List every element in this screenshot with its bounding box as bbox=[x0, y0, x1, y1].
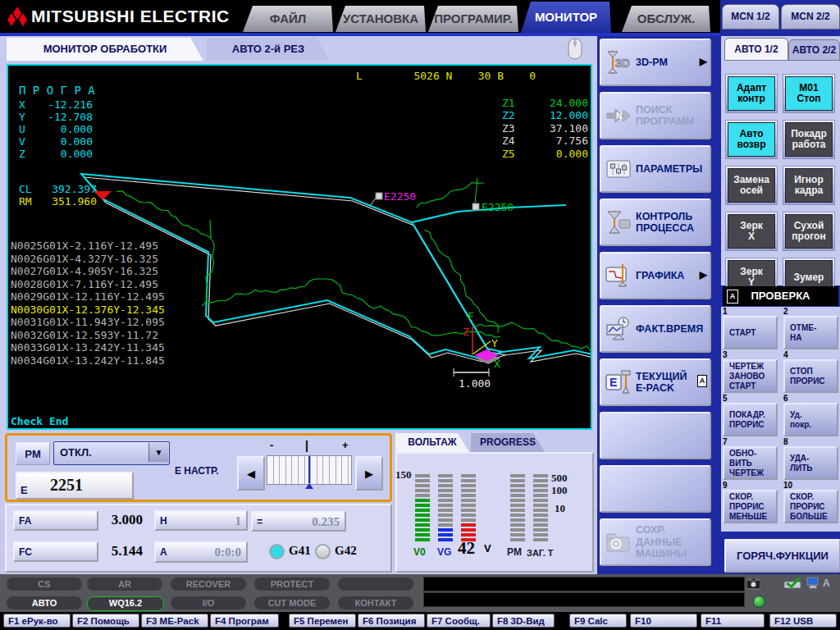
verify-cell: 9СКОР. ПРОРИС МЕНЬШЕ bbox=[723, 481, 778, 523]
verify-button-10[interactable]: СКОР. ПРОРИС БОЛЬШЕ bbox=[783, 490, 838, 523]
toggle-7[interactable]: Зерк X bbox=[725, 212, 778, 251]
fkey-1[interactable]: F1 еРук-во bbox=[3, 614, 71, 628]
verify-button-1[interactable]: СТАРТ bbox=[723, 316, 778, 349]
tab-program[interactable]: ПРОГРАМИР. bbox=[428, 6, 518, 32]
fa-field[interactable]: FA bbox=[13, 510, 98, 531]
status-pill-cs: CS bbox=[7, 578, 82, 591]
verify-button-9[interactable]: СКОР. ПРОРИС МЕНЬШЕ bbox=[723, 490, 778, 523]
fkey-6[interactable]: F6 Позиция bbox=[358, 614, 425, 628]
verify-button-7[interactable]: ОБНО- ВИТЬ ЧЕРТЕЖ bbox=[723, 446, 778, 480]
verify-button-5[interactable]: ПОКАДР. ПРОРИС bbox=[723, 403, 778, 436]
sidebar-button-3[interactable]: ПАРАМЕТРЫ bbox=[600, 145, 711, 193]
fc-field[interactable]: FC bbox=[13, 541, 98, 562]
toggle-6[interactable]: Игнор кадра bbox=[783, 166, 835, 205]
toggle-3[interactable]: Авто возвр bbox=[725, 120, 778, 159]
tab-auto-1[interactable]: АВТО 1/2 bbox=[724, 38, 788, 61]
e-adjust-increase-button[interactable]: ▶ bbox=[355, 456, 383, 491]
verify-cell: 3ЧЕРТЕЖ ЗАНОВО СТАРТ bbox=[723, 350, 778, 393]
fkey-5[interactable]: F5 Перемен bbox=[289, 614, 356, 628]
sidebar-button-label: ТЕКУЩИЙ E-PACK bbox=[636, 371, 687, 395]
equals-label: = bbox=[257, 516, 262, 527]
e-adjust-decrease-button[interactable]: ◀ bbox=[237, 456, 265, 491]
mitsubishi-logo-icon bbox=[7, 7, 28, 26]
toggle-2[interactable]: M01 Стоп bbox=[783, 74, 835, 113]
verify-button-2[interactable]: ОТМЕ- НА bbox=[783, 316, 838, 349]
fkey-7[interactable]: F7 Сообщ. bbox=[427, 614, 491, 628]
toggle-1[interactable]: Адапт контр bbox=[725, 74, 778, 113]
machine-toggle-grid: Адапт контрM01 СтопАвто возврПокадр рабо… bbox=[725, 74, 835, 297]
voltage-value: 42 bbox=[458, 538, 475, 559]
tab-auto-2[interactable]: АВТО 2/2 bbox=[788, 39, 840, 61]
tab-mcn-1[interactable]: MCN 1/2 bbox=[722, 4, 779, 30]
subtab-auto-second-cut[interactable]: АВТО 2-й РЕЗ bbox=[207, 38, 330, 61]
toggle-label: Авто возвр bbox=[728, 122, 775, 157]
equals-field[interactable]: = 0.235 bbox=[251, 511, 346, 532]
tab-service[interactable]: ОБСЛУЖ. bbox=[622, 6, 710, 32]
slider-thumb[interactable] bbox=[308, 456, 310, 483]
triad-x-label: X bbox=[494, 358, 500, 370]
sidebar-button-4[interactable]: КОНТРОЛЬ ПРОЦЕССА bbox=[600, 199, 711, 246]
fkey-9[interactable]: F9 Calc bbox=[569, 614, 627, 628]
h-label: H bbox=[160, 515, 167, 527]
sidebar-button-7[interactable]: EТЕКУЩИЙ E-PACKA bbox=[600, 358, 711, 406]
g42-radio[interactable] bbox=[315, 544, 331, 559]
toggle-5[interactable]: Замена осей bbox=[725, 166, 778, 205]
slider-center-mark: | bbox=[305, 439, 308, 452]
tab-monitor[interactable]: МОНИТОР bbox=[521, 2, 611, 33]
tab-voltage[interactable]: ВОЛЬТАЖ bbox=[395, 433, 469, 452]
sidebar-button-5[interactable]: ГРАФИКА▶ bbox=[600, 252, 711, 299]
verify-button-3[interactable]: ЧЕРТЕЖ ЗАНОВО СТАРТ bbox=[723, 359, 778, 393]
a-field[interactable]: A 0:0:0 bbox=[154, 541, 248, 563]
toggle-4[interactable]: Покадр работа bbox=[783, 120, 835, 159]
verify-button-8[interactable]: УДА- ЛИТЬ bbox=[783, 446, 838, 480]
pm-mode-dropdown[interactable]: ОТКЛ. ▼ bbox=[53, 441, 170, 465]
status-pill-cutmode: CUT MODE bbox=[254, 596, 330, 609]
verify-button-6[interactable]: Уд. покр. bbox=[783, 403, 838, 436]
top-bar: MITSUBISHI ELECTRIC ФАЙЛ УСТАНОВКА ПРОГР… bbox=[0, 0, 720, 33]
sidebar-button-6[interactable]: ФАКТ.ВРЕМЯ bbox=[600, 305, 711, 353]
h-field[interactable]: H 1 bbox=[154, 510, 248, 531]
fkey-2[interactable]: F2 Помощь bbox=[72, 614, 139, 628]
subtab-machining-monitor[interactable]: МОНИТОР ОБРАБОТКИ bbox=[7, 38, 203, 61]
fkey-4[interactable]: F4 Програм bbox=[210, 614, 279, 628]
toggle-label: Зерк X bbox=[728, 214, 775, 249]
mouse-icon bbox=[568, 38, 582, 60]
status-pill-recover: RECOVER bbox=[171, 578, 246, 591]
e-adjust-slider[interactable] bbox=[267, 455, 352, 485]
verify-section-header: A ПРОВЕРКА bbox=[723, 286, 838, 306]
tab-file[interactable]: ФАЙЛ bbox=[243, 6, 333, 32]
toggle-label: M01 Стоп bbox=[785, 76, 833, 111]
scale-bar-label: 1.000 bbox=[459, 377, 491, 390]
sidebar-button-1[interactable]: 3D3D-PM▶ bbox=[600, 39, 711, 86]
slider-minus-label: - bbox=[270, 439, 273, 451]
hot-functions-button[interactable]: ГОРЯЧ.ФУНКЦИИ bbox=[724, 539, 840, 573]
g41-radio[interactable] bbox=[269, 544, 285, 559]
fkey-11[interactable]: F11 bbox=[701, 614, 765, 628]
meter-bar-V42 bbox=[461, 474, 476, 543]
tab-mcn-2[interactable]: MCN 2/2 bbox=[781, 4, 840, 30]
fkey-12[interactable]: F12 USB bbox=[769, 614, 837, 628]
coords-title: П Р О Г Р А bbox=[19, 84, 95, 97]
fkey-10[interactable]: F10 bbox=[630, 614, 697, 628]
sidebar-button-empty[interactable] bbox=[600, 465, 711, 513]
program-line: N0029G01X-12.116Y-12.495 bbox=[11, 290, 165, 303]
v0-label: V0 bbox=[413, 546, 426, 558]
verify-button-4[interactable]: СТОП ПРОРИС bbox=[783, 359, 838, 393]
verify-button-number: 8 bbox=[783, 437, 838, 446]
verify-cell: 2ОТМЕ- НА bbox=[783, 307, 838, 349]
g41-label: G41 bbox=[289, 544, 311, 558]
fa-value: 3.000 bbox=[95, 512, 143, 528]
sidebar-button-2[interactable]: NПОИСК ПРОГРАММ bbox=[600, 92, 711, 139]
sidebar-button-10[interactable]: СОХР. ДАННЫЕ МАШИНЫ bbox=[600, 518, 711, 566]
tab-setup[interactable]: УСТАНОВКА bbox=[336, 6, 426, 32]
chevron-down-icon[interactable]: ▼ bbox=[148, 443, 168, 462]
e-condition-label: E2250 bbox=[482, 201, 514, 213]
triad-f-label: F bbox=[468, 310, 474, 322]
toggle-8[interactable]: Сухой прогон bbox=[783, 212, 835, 251]
tab-progress[interactable]: PROGRESS bbox=[471, 433, 545, 452]
verify-button-number: 6 bbox=[783, 394, 838, 403]
e-value-field[interactable]: E 2251 bbox=[16, 472, 134, 500]
fkey-3[interactable]: F3 ME-Pack bbox=[141, 614, 208, 628]
sidebar-button-empty[interactable] bbox=[600, 412, 711, 459]
fkey-8[interactable]: F8 3D-Вид bbox=[492, 614, 555, 628]
